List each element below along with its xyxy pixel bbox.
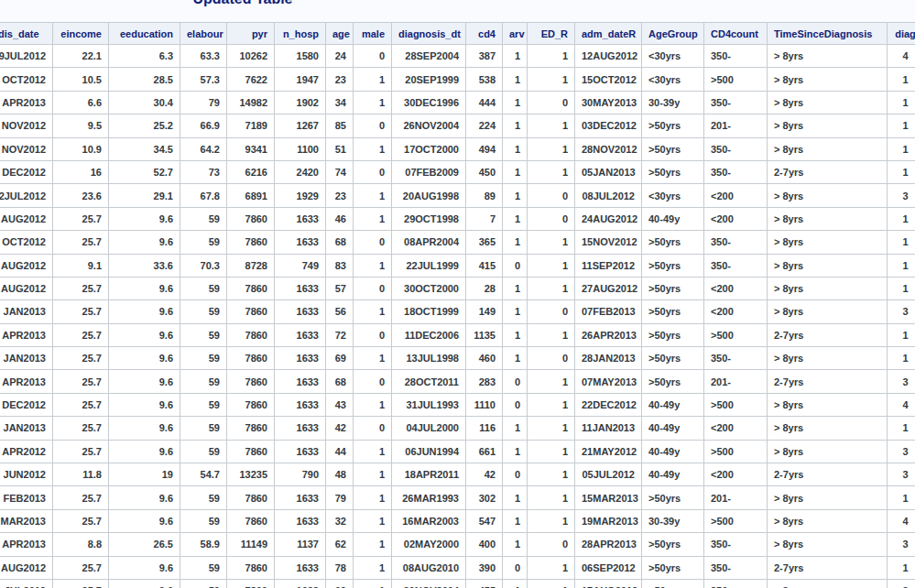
- cell-eeducation: 9.6: [109, 579, 180, 588]
- cell-dis_date: APR2013: [0, 91, 53, 114]
- cell-eincome: 25.7: [53, 509, 109, 532]
- cell-adm_dateR: 15OCT2012: [575, 68, 642, 91]
- cell-eeducation: 9.6: [109, 300, 180, 323]
- cell-male: 1: [354, 579, 392, 588]
- cell-male: 1: [354, 533, 392, 556]
- cell-n_hosp: 1633: [275, 486, 326, 509]
- cell-dis_date: FEB2013: [0, 486, 53, 509]
- table-row: 9JUL201222.16.363.310262158024028SEP2004…: [0, 45, 915, 68]
- cell-eeducation: 6.3: [109, 45, 180, 68]
- cell-AgeGroup: >50yrs: [642, 300, 704, 323]
- cell-arv: 1: [503, 137, 528, 160]
- cell-elabour: 59: [180, 556, 227, 579]
- cell-CD4count: 350-: [704, 579, 768, 588]
- cell-arv: 1: [503, 184, 528, 207]
- cell-pyr: 11149: [227, 533, 275, 556]
- cell-TimeSinceDiagnosis: > 8yrs: [768, 277, 888, 299]
- cell-male: 1: [354, 463, 392, 486]
- cell-diag: 4: [888, 393, 915, 416]
- cell-TimeSinceDiagnosis: > 8yrs: [768, 114, 888, 137]
- cell-adm_dateR: 08JUL2012: [575, 184, 642, 207]
- cell-arv: 0: [503, 393, 528, 416]
- cell-n_hosp: 1902: [275, 91, 326, 114]
- cell-CD4count: 350-: [704, 160, 768, 183]
- cell-adm_dateR: 19MAR2013: [575, 509, 642, 532]
- column-header-dis_date: dis_date: [0, 23, 53, 45]
- cell-AgeGroup: <30yrs: [642, 45, 704, 68]
- cell-diagnosis_dt: 08AUG2010: [392, 556, 466, 579]
- cell-diag: 1: [888, 486, 915, 509]
- cell-age: 34: [326, 91, 354, 114]
- cell-diag: 3: [888, 184, 915, 207]
- cell-cd4: 89: [466, 184, 503, 207]
- cell-AgeGroup: 40-49y: [642, 207, 704, 230]
- cell-adm_dateR: 22DEC2012: [575, 393, 642, 416]
- cell-diag: 3: [888, 370, 915, 393]
- cell-male: 0: [354, 417, 392, 440]
- cell-AgeGroup: >50yrs: [642, 486, 704, 509]
- cell-diagnosis_dt: 16MAR2003: [392, 509, 466, 532]
- cell-adm_dateR: 11SEP2012: [575, 254, 642, 277]
- table-row: JUL201225.79.6597860163363120NOV20044551…: [0, 579, 915, 588]
- cell-AgeGroup: >50yrs: [642, 160, 704, 183]
- cell-ED_R: 0: [528, 300, 575, 323]
- cell-pyr: 8728: [227, 254, 275, 277]
- cell-elabour: 59: [180, 417, 227, 440]
- cell-AgeGroup: >50yrs: [642, 556, 704, 579]
- cell-AgeGroup: >50yrs: [642, 254, 704, 277]
- cell-diag: 1: [888, 277, 915, 299]
- cell-male: 0: [354, 323, 392, 346]
- cell-age: 85: [326, 114, 354, 137]
- cell-ED_R: 1: [528, 231, 575, 254]
- cell-elabour: 64.2: [180, 137, 227, 160]
- cell-AgeGroup: >50yrs: [642, 137, 704, 160]
- cell-CD4count: >500: [704, 509, 768, 532]
- table-row: AUG201225.79.6597860163357030OCT20002811…: [0, 277, 915, 299]
- cell-pyr: 7860: [227, 231, 275, 254]
- cell-TimeSinceDiagnosis: > 8yrs: [768, 533, 888, 556]
- cell-elabour: 59: [180, 323, 227, 346]
- cell-eeducation: 19: [109, 463, 180, 486]
- page-title: Updated Table: [0, 0, 485, 7]
- cell-eincome: 25.7: [53, 231, 109, 254]
- cell-pyr: 7860: [227, 300, 275, 323]
- cell-dis_date: NOV2012: [0, 137, 53, 160]
- cell-age: 44: [326, 440, 354, 463]
- cell-CD4count: 350-: [704, 137, 768, 160]
- cell-n_hosp: 1633: [275, 556, 326, 579]
- cell-ED_R: 1: [528, 463, 575, 486]
- table-row: JAN201325.79.6597860163342004JUL20001161…: [0, 417, 915, 440]
- cell-arv: 1: [503, 68, 528, 91]
- cell-TimeSinceDiagnosis: > 8yrs: [768, 417, 888, 440]
- cell-arv: 1: [503, 45, 528, 68]
- cell-cd4: 455: [466, 579, 503, 588]
- cell-diagnosis_dt: 17OCT2000: [392, 137, 466, 160]
- cell-age: 79: [326, 486, 354, 509]
- cell-eeducation: 33.6: [109, 254, 180, 277]
- cell-eeducation: 9.6: [109, 393, 180, 416]
- cell-ED_R: 1: [528, 417, 575, 440]
- column-header-eeducation: eeducation: [109, 23, 180, 45]
- column-header-arv: arv: [503, 23, 528, 45]
- cell-TimeSinceDiagnosis: > 8yrs: [768, 347, 888, 370]
- cell-diagnosis_dt: 28OCT2011: [392, 370, 466, 393]
- cell-AgeGroup: <30yrs: [642, 184, 704, 207]
- cell-CD4count: >500: [704, 393, 768, 416]
- cell-adm_dateR: 28NOV2012: [575, 137, 642, 160]
- cell-age: 68: [326, 370, 354, 393]
- cell-male: 0: [354, 231, 392, 254]
- column-header-diagnosis_dt: diagnosis_dt: [392, 23, 466, 45]
- column-header-pyr: pyr: [227, 23, 275, 45]
- cell-male: 0: [354, 160, 392, 183]
- cell-TimeSinceDiagnosis: > 8yrs: [768, 68, 888, 91]
- cell-eeducation: 34.5: [109, 137, 180, 160]
- cell-male: 1: [354, 347, 392, 370]
- cell-CD4count: <200: [704, 207, 768, 230]
- cell-cd4: 547: [466, 509, 503, 532]
- column-header-TimeSinceDiagnosis: TimeSinceDiagnosis: [768, 23, 888, 45]
- cell-CD4count: 350-: [704, 533, 768, 556]
- cell-elabour: 54.7: [180, 463, 227, 486]
- cell-diag: 1: [888, 91, 915, 114]
- cell-cd4: 450: [466, 160, 503, 183]
- cell-ED_R: 1: [528, 323, 575, 346]
